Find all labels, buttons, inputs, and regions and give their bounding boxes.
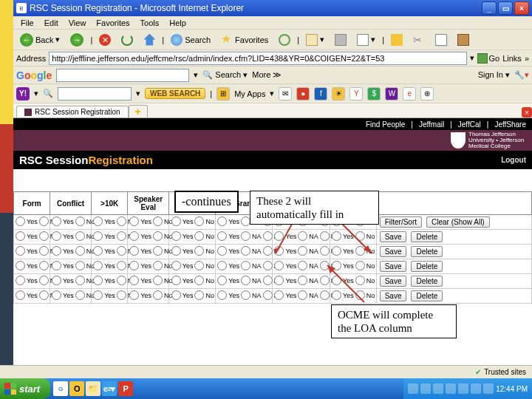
edit-button[interactable]: ▾ bbox=[353, 32, 379, 48]
radio-no[interactable] bbox=[355, 261, 365, 270]
radio-na[interactable] bbox=[241, 276, 250, 285]
menu-edit[interactable]: Edit bbox=[40, 18, 63, 28]
jeffshare-link[interactable]: JeffShare bbox=[494, 120, 526, 129]
radio-no[interactable] bbox=[39, 276, 49, 285]
mail-button[interactable]: ▾ bbox=[302, 32, 328, 48]
address-input[interactable] bbox=[49, 52, 466, 65]
radio-yes[interactable] bbox=[93, 276, 103, 285]
radio-no[interactable] bbox=[75, 231, 85, 241]
maximize-button[interactable]: ▭ bbox=[498, 1, 513, 15]
radio-no[interactable] bbox=[75, 246, 85, 256]
radio-yes[interactable] bbox=[52, 231, 61, 241]
radio-yes[interactable] bbox=[217, 231, 227, 241]
google-wrench-icon[interactable]: 🔧▾ bbox=[514, 70, 529, 80]
radio-yes[interactable] bbox=[52, 246, 61, 256]
radio-yes[interactable] bbox=[171, 261, 181, 270]
radio-no[interactable] bbox=[263, 246, 273, 256]
radio-na[interactable] bbox=[298, 246, 307, 256]
radio-no[interactable] bbox=[320, 246, 330, 256]
search-button[interactable]: Search bbox=[167, 32, 214, 48]
radio-no[interactable] bbox=[39, 290, 49, 300]
radio-yes[interactable] bbox=[129, 246, 139, 256]
radio-yes[interactable] bbox=[171, 246, 181, 256]
radio-no[interactable] bbox=[153, 290, 163, 300]
radio-yes[interactable] bbox=[332, 276, 341, 285]
radio-na[interactable] bbox=[241, 246, 250, 256]
close-button[interactable]: × bbox=[514, 1, 529, 15]
back-button[interactable]: ←Back ▾ bbox=[16, 31, 64, 49]
radio-no[interactable] bbox=[39, 261, 49, 270]
task-folder[interactable]: 📁 bbox=[86, 381, 100, 396]
radio-no[interactable] bbox=[320, 276, 330, 285]
clear-button[interactable]: Clear (Show All) bbox=[426, 216, 490, 228]
history-button[interactable] bbox=[275, 32, 294, 48]
start-button[interactable]: start bbox=[0, 378, 50, 399]
radio-no[interactable] bbox=[153, 216, 163, 226]
radio-no[interactable] bbox=[355, 276, 365, 285]
radio-na[interactable] bbox=[241, 231, 250, 241]
google-search-button[interactable]: 🔍 Search ▾ bbox=[202, 70, 248, 80]
menu-favorites[interactable]: Favorites bbox=[92, 18, 134, 28]
cut-button[interactable]: ✂ bbox=[409, 32, 429, 48]
radio-no[interactable] bbox=[153, 246, 163, 256]
jeffcal-link[interactable]: JeffCal bbox=[458, 120, 481, 129]
radio-no[interactable] bbox=[39, 246, 49, 256]
radio-no[interactable] bbox=[153, 261, 163, 270]
radio-yes[interactable] bbox=[16, 276, 25, 285]
radio-yes[interactable] bbox=[332, 261, 341, 270]
radio-na[interactable] bbox=[298, 290, 307, 300]
delete-button[interactable]: Delete bbox=[411, 231, 443, 242]
radio-no[interactable] bbox=[117, 246, 126, 256]
radio-yes[interactable] bbox=[274, 276, 284, 285]
delete-button[interactable]: Delete bbox=[411, 276, 443, 287]
yahoo-websearch-button[interactable]: WEB SEARCH bbox=[145, 88, 205, 99]
radio-yes[interactable] bbox=[332, 290, 341, 300]
radio-yes[interactable] bbox=[93, 261, 103, 270]
app-icon-3[interactable]: ☀ bbox=[332, 87, 345, 100]
tray-icon[interactable] bbox=[420, 383, 431, 394]
logout-link[interactable]: Logout bbox=[501, 156, 526, 164]
menu-tools[interactable]: Tools bbox=[136, 18, 164, 28]
task-ie-group[interactable]: e 2▾ bbox=[102, 381, 117, 396]
tray-icon[interactable] bbox=[483, 383, 494, 394]
radio-yes[interactable] bbox=[129, 261, 139, 270]
radio-yes[interactable] bbox=[16, 261, 25, 270]
google-more[interactable]: More ≫ bbox=[252, 70, 282, 80]
radio-no[interactable] bbox=[75, 290, 85, 300]
radio-yes[interactable] bbox=[129, 290, 139, 300]
radio-no[interactable] bbox=[194, 216, 204, 226]
radio-yes[interactable] bbox=[274, 290, 284, 300]
forward-button[interactable]: → bbox=[66, 31, 87, 49]
radio-no[interactable] bbox=[355, 246, 365, 256]
radio-yes[interactable] bbox=[217, 216, 227, 226]
app-icon-1[interactable]: ● bbox=[296, 87, 310, 100]
save-button[interactable]: Save bbox=[380, 231, 407, 242]
radio-yes[interactable] bbox=[16, 246, 25, 256]
radio-yes[interactable] bbox=[129, 276, 139, 285]
radio-yes[interactable] bbox=[274, 231, 284, 241]
app-icon-5[interactable]: $ bbox=[367, 87, 381, 100]
app-icon-6[interactable]: W bbox=[385, 87, 398, 100]
yahoo-search-input[interactable] bbox=[58, 87, 132, 100]
tray-icon[interactable] bbox=[458, 383, 468, 394]
google-logo[interactable]: Google bbox=[16, 69, 52, 81]
google-signin[interactable]: Sign In ▾ bbox=[478, 70, 510, 80]
tab-close-button[interactable]: × bbox=[522, 107, 532, 117]
radio-no[interactable] bbox=[75, 216, 85, 226]
app-icon-8[interactable]: ⊕ bbox=[420, 87, 434, 100]
radio-no[interactable] bbox=[194, 276, 204, 285]
save-button[interactable]: Save bbox=[380, 290, 407, 301]
radio-no[interactable] bbox=[320, 290, 330, 300]
minimize-button[interactable]: _ bbox=[482, 1, 497, 15]
radio-yes[interactable] bbox=[332, 231, 341, 241]
radio-yes[interactable] bbox=[217, 290, 227, 300]
app-icon-4[interactable]: Y bbox=[349, 87, 363, 100]
yahoo-myapps[interactable]: My Apps bbox=[234, 89, 265, 98]
radio-yes[interactable] bbox=[171, 276, 181, 285]
tray-icon[interactable] bbox=[446, 383, 456, 394]
radio-no[interactable] bbox=[194, 246, 204, 256]
radio-no[interactable] bbox=[117, 216, 126, 226]
radio-no[interactable] bbox=[39, 231, 49, 241]
menu-view[interactable]: View bbox=[64, 18, 91, 28]
radio-yes[interactable] bbox=[52, 261, 61, 270]
